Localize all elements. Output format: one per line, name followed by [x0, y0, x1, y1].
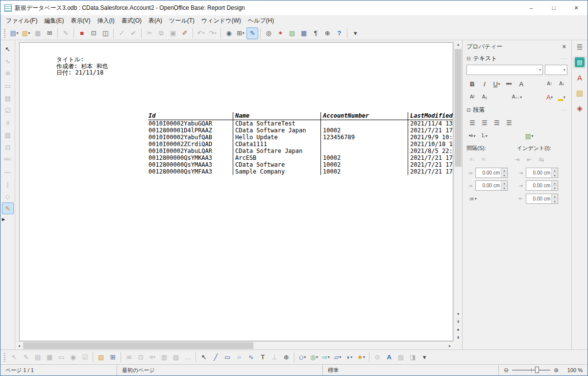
text-box-tool[interactable]: T — [257, 351, 269, 363]
menu-window[interactable]: ウィンドウ(W) — [198, 15, 245, 26]
spinner-down-icon[interactable]: ▾ — [552, 173, 558, 177]
styles-deck-tab[interactable]: A — [573, 71, 586, 84]
text-section-more-icon[interactable]: ··· — [561, 55, 567, 61]
gallery-button[interactable]: ▨ — [286, 27, 298, 39]
clone-formatting-button[interactable]: ✐ — [179, 27, 191, 39]
toolbar-handle[interactable] — [3, 29, 6, 38]
add-field-button[interactable]: ⊞ — [107, 351, 119, 363]
print-button[interactable]: ⊡ — [88, 27, 99, 39]
report-page[interactable]: タイトル: 作成者: 杉本 和也 日付: 21/11/18 IdNameAcco… — [19, 42, 453, 341]
zoom-button[interactable]: ⊕ — [321, 27, 333, 39]
shadow-button[interactable]: A — [515, 78, 527, 89]
menu-view[interactable]: 表示(V) — [67, 15, 94, 26]
menu-format[interactable]: 書式(O) — [118, 15, 145, 26]
align-center-button[interactable]: ☰ — [479, 117, 490, 128]
paragraph-background-color-button[interactable]: ▧▾ — [524, 130, 535, 141]
collapse-icon[interactable]: ⊟ — [466, 107, 470, 113]
form-navigator-button[interactable]: ▧ — [95, 351, 107, 363]
spinner-down-icon[interactable]: ▾ — [552, 186, 558, 190]
align-left-button[interactable]: ☰ — [466, 117, 478, 128]
data-sources-button[interactable]: ▦ — [298, 27, 310, 39]
properties-close-icon[interactable]: ✕ — [561, 44, 567, 50]
design-mode-button[interactable]: ✎ — [246, 27, 258, 39]
send-email-button[interactable]: ✉ — [44, 27, 55, 39]
scroll-up-icon[interactable]: ▴ — [454, 40, 462, 48]
find-replace-button[interactable]: ◎ — [263, 27, 274, 39]
align-justify-button[interactable]: ☰ — [503, 117, 514, 128]
print-preview-button[interactable]: ◫ — [99, 27, 111, 39]
paragraph-section-more-icon[interactable]: ··· — [561, 107, 567, 113]
close-button[interactable]: ✕ — [565, 0, 588, 15]
report-navigator-button[interactable]: ✎ — [2, 202, 14, 214]
line-tool[interactable]: ╱ — [210, 351, 221, 363]
flowchart-button[interactable]: ▱▾ — [332, 351, 343, 363]
drawing-select-button[interactable]: ↖ — [198, 351, 210, 363]
italic-button[interactable]: I — [479, 78, 490, 89]
navigator-button[interactable]: ✦ — [274, 27, 286, 39]
spinner-up-icon[interactable]: ▴ — [552, 194, 558, 199]
freeform-line-tool[interactable]: ∿ — [245, 351, 257, 363]
new-document-button[interactable]: ▤▾ — [8, 27, 20, 39]
menu-file[interactable]: ファイル(F) — [2, 15, 41, 26]
zoom-out-button[interactable]: ⊖ — [504, 367, 509, 374]
select-tool-button[interactable]: ↖ — [2, 43, 14, 55]
properties-deck-tab[interactable]: ▤ — [573, 56, 586, 69]
chevron-down-icon[interactable]: ▾ — [537, 68, 541, 72]
zoom-slider[interactable] — [512, 370, 550, 371]
left-toolbar-overflow-icon[interactable]: ▶ — [0, 214, 15, 222]
indent-first-line-spinner[interactable]: 0.00 cm ▴▾ — [526, 194, 558, 204]
symbol-shapes-button[interactable]: ◎▾ — [308, 351, 320, 363]
text-section-header[interactable]: ⊟ テキスト ··· — [466, 53, 567, 64]
stars-button[interactable]: ★▾ — [355, 351, 367, 363]
horizontal-scrollbar-thumb[interactable] — [23, 342, 253, 349]
line-spacing-button[interactable]: ↕≡ ▾ — [466, 193, 479, 204]
toolbar-handle[interactable] — [3, 353, 6, 362]
spinner-up-icon[interactable]: ▴ — [552, 181, 558, 186]
fontwork-button[interactable]: A — [383, 351, 395, 363]
bullet-list-button[interactable]: •≡▾ — [466, 130, 478, 141]
bold-button[interactable]: B — [466, 78, 478, 89]
next-page-button[interactable]: ⇟ — [454, 333, 462, 341]
spacing-below-spinner[interactable]: 0.00 cm ▴▾ — [475, 180, 508, 191]
paragraph-section-header[interactable]: ⊟ 段落 ··· — [466, 104, 567, 115]
export-pdf-button[interactable]: ■ — [76, 27, 88, 39]
toolbar-options-button[interactable]: ▾ — [349, 27, 361, 39]
vertical-scrollbar-thumb[interactable] — [455, 49, 462, 167]
spinner-up-icon[interactable]: ▴ — [552, 168, 558, 173]
strikethrough-button[interactable]: abc — [503, 78, 514, 89]
scroll-left-icon[interactable]: ◂ — [15, 342, 23, 350]
minimize-button[interactable]: – — [520, 0, 542, 15]
insert-table-button[interactable]: ⊞▾ — [235, 27, 246, 39]
spinner-down-icon[interactable]: ▾ — [501, 186, 507, 190]
vertical-scrollbar[interactable]: ▴ ▾ ⇞ ● ⇟ — [454, 40, 462, 341]
decrease-font-button[interactable]: A↓ — [556, 78, 567, 89]
zoom-panel-button[interactable]: ⊕ — [280, 351, 292, 363]
indent-after-spinner[interactable]: 0.00 cm ▴▾ — [526, 180, 558, 191]
ellipse-tool[interactable]: ○ — [233, 351, 245, 363]
zoom-in-button[interactable]: ⊕ — [554, 367, 559, 374]
page-style-indicator[interactable]: 標準 — [323, 365, 499, 376]
chevron-down-icon[interactable]: ▾ — [562, 68, 565, 72]
gallery-deck-tab[interactable]: ▨ — [573, 86, 586, 99]
spinner-down-icon[interactable]: ▾ — [552, 199, 558, 203]
previous-page-button[interactable]: ⇞ — [454, 318, 462, 326]
menu-table[interactable]: 表(A) — [145, 15, 166, 26]
collapse-icon[interactable]: ⊟ — [466, 56, 470, 61]
basic-shapes-button[interactable]: ◇▾ — [296, 351, 308, 363]
callouts-button[interactable]: ◗▾ — [343, 351, 355, 363]
navigator-deck-tab[interactable]: ◈ — [573, 101, 586, 114]
character-spacing-button[interactable]: A↔▾ — [511, 92, 523, 102]
spinner-up-icon[interactable]: ▴ — [501, 181, 507, 186]
maximize-button[interactable]: □ — [542, 0, 565, 15]
scroll-down-icon[interactable]: ▾ — [454, 310, 462, 318]
indent-before-spinner[interactable]: 0.00 cm ▴▾ — [526, 168, 558, 178]
hyperlink-button[interactable]: ◉ — [223, 27, 235, 39]
scroll-right-icon[interactable]: ▸ — [446, 342, 454, 350]
zoom-level[interactable]: 100 % — [562, 367, 583, 373]
menu-tools[interactable]: ツール(T) — [166, 15, 198, 26]
spinner-down-icon[interactable]: ▾ — [501, 173, 507, 177]
horizontal-scroll-track[interactable] — [253, 342, 446, 350]
toolbar-options-button[interactable]: ▾ — [418, 351, 430, 363]
page-indicator[interactable]: ページ 1 / 1 — [0, 365, 117, 376]
increase-font-button[interactable]: A↑ — [544, 78, 555, 89]
